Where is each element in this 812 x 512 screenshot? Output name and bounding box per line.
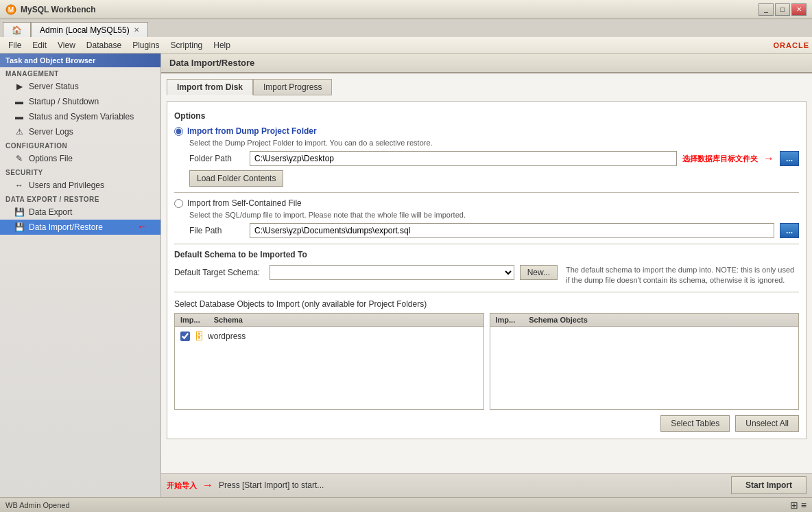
management-label: MANAGEMENT [0, 67, 160, 79]
main-layout: Task and Object Browser MANAGEMENT ▶ Ser… [0, 54, 812, 497]
admin-tab[interactable]: Admin (Local MySQL55) ✕ [31, 22, 148, 37]
radio-dump-project[interactable]: Import from Dump Project Folder [174, 126, 799, 136]
new-schema-button[interactable]: New... [520, 265, 558, 280]
tab-import-from-disk[interactable]: Import from Disk [167, 79, 253, 95]
content-area: Data Import/Restore Import from Disk Imp… [161, 54, 812, 497]
app-icon: M [5, 4, 16, 15]
db-objects-section: Select Database Objects to Import (only … [174, 299, 799, 410]
schema-objects-body [490, 327, 799, 409]
radio-self-contained[interactable]: Import from Self-Contained File [174, 198, 799, 208]
sidebar-status-variables-label: Status and System Variables [29, 112, 134, 121]
target-schema-select[interactable] [270, 265, 514, 280]
title-bar: M MySQL Workbench _ □ ✕ [0, 0, 812, 19]
file-path-row: File Path ... [189, 223, 799, 238]
close-button[interactable]: ✕ [791, 3, 807, 16]
radio-self-contained-input[interactable] [174, 199, 183, 208]
menu-edit[interactable]: Edit [27, 39, 52, 51]
task-browser-header[interactable]: Task and Object Browser [0, 54, 160, 67]
status-icons: ⊞ ≡ [790, 500, 807, 511]
annotation-start-import: 开始导入 [167, 480, 197, 491]
browse-folder-button[interactable]: ... [780, 151, 799, 166]
menu-database[interactable]: Database [81, 39, 127, 51]
sidebar-item-startup-shutdown[interactable]: ▬ Startup / Shutdown [0, 94, 160, 109]
sidebar-item-data-import[interactable]: 💾 Data Import/Restore 选择导出 ← [0, 220, 160, 235]
target-schema-label: Default Target Schema: [174, 268, 260, 277]
svg-text:M: M [8, 6, 14, 14]
sidebar-data-export-label: Data Export [29, 207, 72, 217]
file-path-label: File Path [189, 226, 244, 235]
app-title: MySQL Workbench [21, 5, 759, 14]
import-schemas-panel: Imp... Schema 🗄 wordpress [174, 313, 484, 410]
sidebar-item-users-privileges[interactable]: ↔ Users and Privileges [0, 178, 160, 193]
import-schemas-body: 🗄 wordpress [175, 327, 483, 409]
default-schema-section: Default Schema to be Imported To Default… [174, 250, 799, 286]
sidebar-options-file-label: Options File [29, 154, 73, 163]
annotation-select-folder: 选择数据库目标文件夹 [682, 154, 758, 164]
maximize-button[interactable]: □ [775, 3, 790, 16]
tab-close-icon[interactable]: ✕ [134, 26, 139, 34]
db-objects-title: Select Database Objects to Import (only … [174, 299, 799, 309]
data-export-label: DATA EXPORT / RESTORE [0, 193, 160, 205]
security-label: SECURITY [0, 166, 160, 178]
import-tabs: Import from Disk Import Progress [167, 79, 807, 95]
annotation-arrow-folder: → [763, 152, 774, 165]
folder-path-label: Folder Path [189, 154, 244, 163]
footer-bar: 开始导入 → Press [Start Import] to start... … [161, 473, 812, 497]
menu-file[interactable]: File [3, 39, 27, 51]
content-body: Import from Disk Import Progress Options… [161, 73, 812, 473]
schema-row-wordpress: 🗄 wordpress [178, 329, 481, 343]
sidebar: Task and Object Browser MANAGEMENT ▶ Ser… [0, 54, 161, 497]
sidebar-server-logs-label: Server Logs [29, 127, 73, 137]
schema-checkbox-wordpress[interactable] [180, 331, 190, 341]
radio-group-import: Import from Dump Project Folder Select t… [174, 126, 799, 187]
menu-scripting[interactable]: Scripting [165, 39, 208, 51]
menu-view[interactable]: View [52, 39, 81, 51]
unselect-all-button[interactable]: Unselect All [735, 415, 799, 432]
home-tab[interactable]: 🏠 [3, 22, 31, 37]
sidebar-users-privileges-label: Users and Privileges [29, 181, 104, 190]
footer-text: Press [Start Import] to start... [219, 480, 324, 490]
schema-note: The default schema to import the dump in… [566, 265, 799, 286]
start-import-button[interactable]: Start Import [731, 476, 807, 494]
default-schema-row: Default Target Schema: New... The defaul… [174, 265, 799, 286]
admin-tab-label: Admin (Local MySQL55) [40, 25, 130, 35]
tab-import-progress[interactable]: Import Progress [253, 79, 332, 95]
minimize-button[interactable]: _ [759, 3, 774, 16]
load-folder-contents-button[interactable]: Load Folder Contents [189, 170, 283, 187]
home-icon: 🏠 [12, 25, 22, 35]
radio-dump-project-input[interactable] [174, 127, 183, 136]
folder-path-row: Folder Path 选择数据库目标文件夹 → ... [189, 151, 799, 166]
menu-help[interactable]: Help [208, 39, 236, 51]
annotation-arrow-import: ← [137, 221, 147, 232]
default-schema-title: Default Schema to be Imported To [174, 250, 799, 259]
select-tables-button[interactable]: Select Tables [660, 415, 730, 432]
tab-bar: 🏠 Admin (Local MySQL55) ✕ [0, 19, 812, 37]
status-text: WB Admin Opened [5, 501, 70, 509]
data-export-icon: 💾 [14, 207, 25, 218]
users-privileges-icon: ↔ [14, 180, 25, 191]
browse-file-button[interactable]: ... [780, 223, 799, 238]
content-header: Data Import/Restore [161, 54, 812, 73]
import-col1: Imp... [180, 316, 200, 324]
import-schemas-header: Imp... Schema [175, 314, 483, 327]
file-description: Select the SQL/dump file to import. Plea… [189, 211, 799, 219]
sidebar-item-status-variables[interactable]: ▬ Status and System Variables [0, 109, 160, 124]
file-path-input[interactable] [250, 223, 774, 238]
schema-objects-col2: Schema Objects [529, 316, 588, 324]
sidebar-item-data-export[interactable]: 💾 Data Export [0, 205, 160, 220]
sidebar-item-options-file[interactable]: ✎ Options File [0, 151, 160, 166]
data-import-icon: 💾 [14, 222, 25, 233]
sidebar-item-server-status[interactable]: ▶ Server Status [0, 79, 160, 94]
configuration-label: CONFIGURATION [0, 139, 160, 151]
radio-self-contained-label: Import from Self-Contained File [187, 198, 302, 208]
menu-plugins[interactable]: Plugins [127, 39, 165, 51]
panel-actions: Select Tables Unselect All [174, 415, 799, 432]
sidebar-data-import-label: Data Import/Restore [29, 222, 103, 232]
dump-description: Select the Dump Project Folder to import… [189, 139, 799, 147]
sidebar-item-server-logs[interactable]: ⚠ Server Logs [0, 124, 160, 139]
folder-path-input[interactable] [250, 151, 677, 166]
options-file-icon: ✎ [14, 153, 25, 164]
annotation-arrow-start-import: → [202, 479, 213, 491]
schema-objects-header: Imp... Schema Objects [490, 314, 799, 327]
db-objects-panels: Imp... Schema 🗄 wordpress [174, 313, 799, 410]
